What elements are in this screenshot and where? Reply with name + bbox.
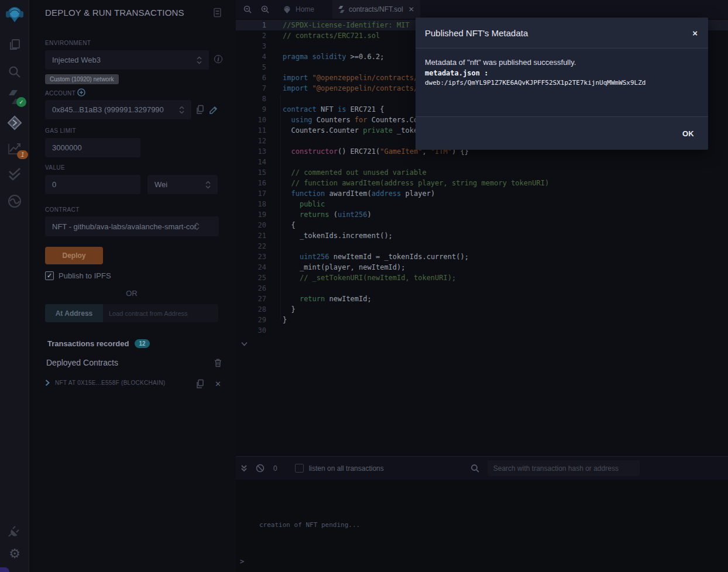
code-line[interactable]: 24 _mint(player, newItemId); [236,262,728,273]
modal-body: Metadata of "nft" was published successf… [415,49,708,116]
code-line[interactable]: 26 [236,283,728,294]
icon-bar: ✓ 1 ⚙ [0,0,29,572]
modal-footer: OK [415,116,708,150]
zoom-out-icon[interactable] [243,5,252,14]
deploy-button[interactable]: Deploy [45,247,103,264]
solidity-file-icon [338,5,345,13]
publish-ipfs-checkbox[interactable]: ✓ [45,271,54,280]
value-label: VALUE [45,164,65,171]
gas-limit-label: GAS LIMIT [45,128,76,134]
network-badge: Custom (10920) network [45,74,119,84]
code-line[interactable]: 20 { [236,220,728,230]
environment-value: Injected Web3 [52,56,101,64]
file-explorer-icon[interactable] [0,37,29,53]
value-unit: Wei [154,180,167,189]
code-line[interactable]: 18 public [236,199,728,209]
deployed-contracts-label: Deployed Contracts [46,358,118,367]
transactions-recorded-row[interactable]: Transactions recorded 12 [47,339,150,348]
deployed-contract-item[interactable]: NFT AT 0X15E...E558F (BLOCKCHAIN) [45,380,165,386]
listen-all-label: listen on all transactions [309,464,384,473]
terminal-collapse-icon[interactable] [241,464,248,473]
edit-account-icon[interactable] [209,105,218,115]
code-line[interactable]: 27 return newItemId; [236,294,728,304]
value-field [45,175,140,194]
settings-gear-icon[interactable]: ⚙ [0,547,29,560]
terminal-search-input[interactable] [487,460,640,476]
remove-contract-icon[interactable]: ✕ [215,380,221,388]
tab-contracts-nft-sol[interactable]: contracts/NFT.sol ✕ [332,0,420,19]
info-icon[interactable]: i [214,55,222,63]
contract-label: CONTRACT [45,206,80,213]
debugger-icon[interactable] [0,193,29,209]
ok-button[interactable]: OK [682,129,694,138]
environment-select[interactable]: Injected Web3 [45,50,209,70]
code-line[interactable]: 19 returns (uint256) [236,209,728,220]
chevron-down-icon[interactable] [241,342,248,346]
modal-close-icon[interactable]: × [692,29,698,37]
code-line[interactable]: 28 } [236,304,728,315]
terminal-log: creation of NFT pending... [259,521,360,529]
gas-limit-field [45,138,140,157]
terminal-prompt: > [240,557,244,566]
code-line[interactable]: 14 [236,157,728,167]
or-label: OR [45,289,218,298]
transactions-recorded-label: Transactions recorded [47,339,129,348]
account-select[interactable]: 0x845...B1aB3 (999991.3297990 [45,100,191,119]
code-line[interactable]: 30 [236,325,728,336]
search-icon[interactable] [0,64,29,80]
add-account-icon[interactable] [77,88,85,97]
account-label: ACCOUNT [45,90,75,97]
compiler-success-badge: ✓ [16,97,26,107]
gas-limit-input[interactable] [52,143,133,152]
code-line[interactable]: 23 uint256 newItemId = _tokenIds.current… [236,251,728,262]
code-line[interactable]: 17 function awardItem(address player) [236,188,728,199]
code-line[interactable]: 21 _tokenIds.increment(); [236,230,728,241]
published-metadata-modal: Published NFT's Metadata × Metadata of "… [415,18,708,150]
chevron-right-icon[interactable] [45,380,50,386]
terminal-bar: 0 listen on all transactions [236,456,728,480]
code-line[interactable]: 16 // function awardItem(address player,… [236,178,728,188]
environment-label: ENVIRONMENT [45,40,91,46]
contract-value: NFT - github/ava-labs/avalanche-smart-co… [52,222,197,231]
zoom-in-icon[interactable] [260,5,270,14]
code-line[interactable]: 25 // _setTokenURI(newItemId, tokenURI); [236,273,728,283]
copy-contract-icon[interactable] [195,379,204,389]
plugin-manager-icon[interactable] [0,523,29,538]
tab-bar: Home contracts/NFT.sol ✕ [236,0,728,19]
remix-logo-icon[interactable] [0,4,29,25]
caret-updown-icon [205,181,211,189]
account-value: 0x845...B1aB3 (999991.3297990 [52,105,164,114]
publish-ipfs-label: Publish to IPFS [59,271,111,280]
deploy-run-panel: DEPLOY & RUN TRANSACTIONS ENVIRONMENT In… [29,0,236,572]
code-line[interactable]: 15 // commented out unused variable [236,167,728,178]
terminal-count: 0 [273,464,277,473]
copy-account-icon[interactable] [195,105,204,115]
code-line[interactable]: 22 [236,241,728,251]
at-address-button[interactable]: At Address [45,304,103,322]
modal-ipfs-uri: dweb:/ipfs/QmYL9P1Z7KE6AQvKJPFF52SX1p2TE… [425,79,699,87]
modal-file-label: metadata.json : [425,69,699,77]
contract-select[interactable]: NFT - github/ava-labs/avalanche-smart-co… [45,216,219,236]
value-unit-select[interactable]: Wei [147,175,218,194]
caret-updown-icon [179,106,184,114]
tab-home[interactable]: Home [277,0,320,19]
caret-updown-icon [194,222,200,230]
docs-icon[interactable] [213,8,222,18]
deployed-contract-label: NFT AT 0X15E...E558F (BLOCKCHAIN) [55,380,165,386]
close-tab-icon[interactable]: ✕ [408,5,414,13]
terminal-content[interactable]: creation of NFT pending... > [236,480,728,572]
at-address-input[interactable] [103,304,218,322]
terminal-search-icon [471,464,479,473]
trash-icon[interactable] [214,359,222,367]
unit-testing-icon[interactable] [0,167,29,182]
code-line[interactable]: 29} [236,315,728,325]
modal-header: Published NFT's Metadata × [415,18,708,49]
caret-updown-icon [197,56,202,64]
listen-all-checkbox[interactable] [295,464,304,473]
analytics-count-badge: 1 [17,150,28,159]
panel-title: DEPLOY & RUN TRANSACTIONS [45,8,184,18]
value-input[interactable] [52,180,133,189]
modal-title: Published NFT's Metadata [425,28,528,38]
deploy-run-icon[interactable] [0,115,29,131]
clear-terminal-icon[interactable] [256,464,265,473]
